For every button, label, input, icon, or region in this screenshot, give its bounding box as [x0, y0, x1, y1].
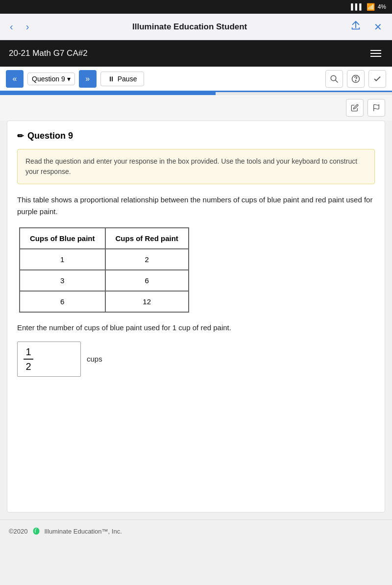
- fraction-numerator: 1: [25, 346, 31, 358]
- table-cell: 3: [20, 270, 105, 291]
- fraction-line: [24, 359, 33, 360]
- svg-line-1: [335, 80, 338, 82]
- table-cell: 6: [105, 270, 189, 291]
- question-body-text: This table shows a proportional relation…: [17, 194, 375, 218]
- instruction-text: Read the question and enter your respons…: [25, 157, 357, 175]
- footer-copyright: ©2020: [9, 528, 28, 535]
- table-col1-header: Cups of Blue paint: [20, 228, 105, 249]
- enter-prompt-text: Enter the number of cups of blue paint u…: [17, 322, 375, 334]
- hamburger-line: [370, 50, 381, 51]
- flag-button[interactable]: [368, 99, 385, 117]
- answer-input-box[interactable]: 1 2: [17, 341, 81, 377]
- question-selector-label: Question 9: [32, 75, 65, 83]
- search-button[interactable]: [325, 70, 343, 88]
- check-button[interactable]: [368, 70, 386, 88]
- answer-unit-label: cups: [87, 355, 102, 363]
- svg-point-0: [331, 75, 336, 81]
- browser-share-button[interactable]: [347, 18, 364, 35]
- question-selector[interactable]: Question 9 ▾: [27, 73, 75, 85]
- status-bar: ▌▌▌ 📶 4%: [0, 0, 392, 14]
- prev-question-button[interactable]: «: [6, 70, 24, 88]
- footer: ©2020 Illuminate Education™, Inc.: [0, 519, 392, 542]
- table-cell: 6: [20, 291, 105, 312]
- table-cell: 2: [105, 249, 189, 270]
- table-cell: 12: [105, 291, 189, 312]
- table-col2-header: Cups of Red paint: [105, 228, 189, 249]
- instruction-box: Read the question and enter your respons…: [17, 149, 375, 184]
- svg-point-3: [355, 80, 356, 81]
- question-content: ✏ Question 9 Read the question and enter…: [7, 121, 385, 512]
- wifi-icon: 📶: [367, 3, 375, 11]
- signal-icon: ▌▌▌: [351, 3, 364, 10]
- hamburger-line: [370, 53, 381, 54]
- table-row: 6 12: [20, 291, 189, 312]
- browser-back-button[interactable]: ‹: [7, 19, 16, 34]
- pause-icon: ⏸: [108, 75, 115, 83]
- browser-close-button[interactable]: ✕: [371, 19, 385, 35]
- app-header: 20-21 Math G7 CA#2: [0, 40, 392, 67]
- next-question-button[interactable]: »: [79, 70, 97, 88]
- question-title: Question 9: [27, 131, 73, 141]
- pause-button[interactable]: ⏸ Pause: [100, 72, 145, 86]
- hamburger-line: [370, 56, 381, 57]
- fraction-display: 1 2: [24, 346, 33, 372]
- table-cell: 1: [20, 249, 105, 270]
- app-title: 20-21 Math G7 CA#2: [9, 49, 88, 58]
- footer-company: Illuminate Education™, Inc.: [45, 528, 122, 535]
- battery-indicator: 4%: [378, 3, 386, 10]
- fraction-denominator: 2: [25, 361, 31, 372]
- action-icons-row: [0, 95, 392, 121]
- help-button[interactable]: [347, 70, 365, 88]
- answer-area: 1 2 cups: [17, 341, 375, 377]
- pencil-icon: ✏: [17, 131, 24, 141]
- table-row: 1 2: [20, 249, 189, 270]
- edit-button[interactable]: [346, 99, 364, 117]
- browser-title: Illuminate Education Student: [39, 22, 341, 32]
- table-row: 3 6: [20, 270, 189, 291]
- hamburger-menu-button[interactable]: [368, 48, 383, 59]
- dropdown-arrow-icon: ▾: [67, 75, 71, 83]
- paint-data-table: Cups of Blue paint Cups of Red paint 1 2…: [19, 227, 189, 313]
- pause-label: Pause: [118, 75, 137, 83]
- browser-forward-button[interactable]: ›: [23, 19, 32, 34]
- browser-bar: ‹ › Illuminate Education Student ✕: [0, 14, 392, 40]
- question-header: ✏ Question 9: [17, 131, 375, 141]
- toolbar: « Question 9 ▾ » ⏸ Pause: [0, 67, 392, 92]
- illuminate-logo: [32, 527, 41, 536]
